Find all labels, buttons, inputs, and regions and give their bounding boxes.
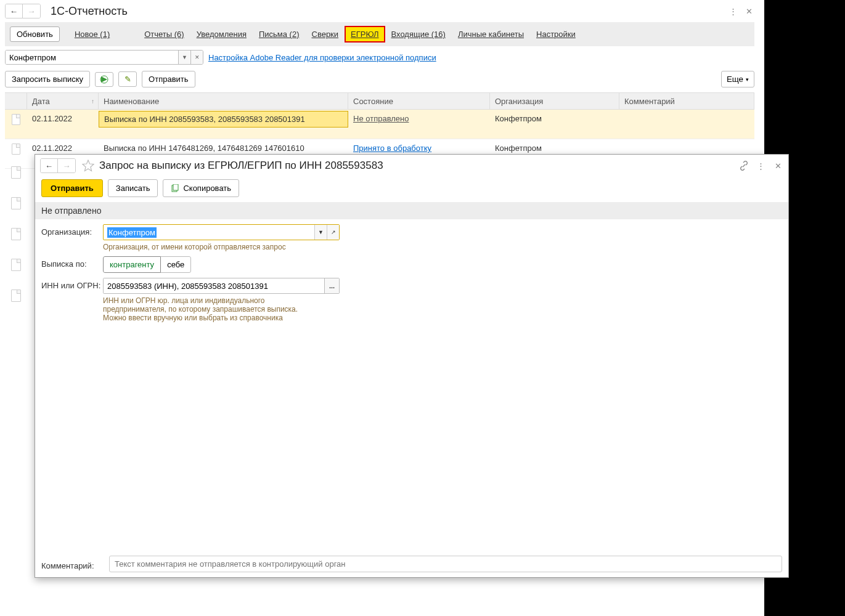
copy-icon [171, 184, 179, 193]
document-icon [12, 114, 20, 125]
refresh-icon-button[interactable] [95, 72, 113, 87]
inn-combo[interactable]: ... [103, 278, 340, 294]
col-org[interactable]: Организация [490, 93, 619, 109]
org-filter-dropdown[interactable]: ▼ [178, 51, 190, 64]
inn-hint: ИНН или ОГРН юр. лица или индивидуальног… [103, 296, 340, 322]
popup-send-button[interactable]: Отправить [41, 179, 103, 197]
adobe-reader-link[interactable]: Настройка Adobe Reader для проверки элек… [208, 53, 436, 62]
popup-nav: ← → [40, 158, 76, 173]
nav-buttons: ← → [5, 4, 41, 18]
org-filter-input[interactable] [6, 51, 178, 64]
back-button[interactable]: ← [6, 4, 23, 18]
by-label: Выписка по: [41, 256, 103, 269]
by-contractor-button[interactable]: контрагенту [103, 256, 161, 273]
col-date[interactable]: Дата↑ [27, 93, 99, 109]
tab-settings[interactable]: Настройки [530, 30, 582, 39]
table-row[interactable]: 02.11.2022 Выписка по ИНН 2085593583, 20… [5, 110, 754, 139]
document-icon [11, 259, 21, 271]
org-label: Организация: [41, 224, 103, 237]
tab-egrul[interactable]: ЕГРЮЛ [345, 26, 385, 43]
popup-title: Запрос на выписку из ЕГРЮЛ/ЕГРИП по ИНН … [99, 160, 383, 172]
sort-asc-icon: ↑ [91, 98, 94, 105]
tab-reports[interactable]: Отчеты (6) [138, 30, 190, 39]
status-bar: Не отправлено [35, 202, 788, 219]
refresh-button[interactable]: Обновить [10, 26, 60, 42]
request-popup: ← → Запрос на выписку из ЕГРЮЛ/ЕГРИП по … [35, 154, 789, 578]
org-filter-combo[interactable]: ▼ ✕ [5, 50, 203, 65]
inn-label: ИНН или ОГРН: [41, 278, 103, 290]
col-name[interactable]: Наименование [99, 93, 348, 109]
org-open-button[interactable]: ↗ [327, 225, 339, 240]
send-button[interactable]: Отправить [142, 71, 195, 87]
org-hint: Организация, от имени которой отправляет… [103, 243, 340, 251]
document-icon [11, 290, 21, 302]
popup-copy-button[interactable]: Скопировать [163, 179, 239, 197]
org-dropdown-button[interactable]: ▼ [314, 225, 327, 240]
comment-label: Комментарий: [41, 558, 103, 570]
tab-letters[interactable]: Письма (2) [253, 30, 306, 39]
popup-more-icon[interactable]: ⋮ [755, 160, 766, 171]
request-extract-button[interactable]: Запросить выписку [5, 71, 90, 87]
page-title: 1С-Отчетность [51, 5, 128, 18]
document-icon [12, 144, 20, 155]
svg-rect-2 [173, 184, 178, 190]
tab-notifications[interactable]: Уведомления [190, 30, 253, 39]
extract-by-toggle: контрагенту себе [103, 256, 191, 273]
table-header: Дата↑ Наименование Состояние Организация… [5, 92, 754, 110]
close-icon[interactable]: ✕ [743, 6, 754, 17]
org-filter-clear[interactable]: ✕ [190, 51, 203, 64]
state-link[interactable]: Принято в обработку [353, 144, 431, 153]
tab-new[interactable]: Новое (1) [68, 30, 116, 39]
by-self-button[interactable]: себе [161, 256, 191, 273]
comment-input[interactable] [109, 556, 782, 572]
col-comment[interactable]: Комментарий [619, 93, 754, 109]
document-icon [11, 197, 21, 209]
popup-save-button[interactable]: Записать [108, 179, 158, 197]
refresh-icon [100, 75, 108, 84]
org-combo[interactable]: Конфетпром ▼ ↗ [103, 224, 340, 240]
more-dropdown[interactable]: Еще ▾ [721, 71, 754, 87]
edit-button[interactable]: ✎ [118, 71, 137, 87]
col-state[interactable]: Состояние [348, 93, 490, 109]
document-icon [11, 166, 21, 179]
forward-button[interactable]: → [23, 4, 40, 18]
popup-back-button[interactable]: ← [41, 159, 58, 172]
link-icon[interactable] [739, 161, 749, 171]
popup-forward-button[interactable]: → [58, 159, 75, 172]
tab-cabinets[interactable]: Личные кабинеты [452, 30, 530, 39]
popup-close-icon[interactable]: ✕ [772, 160, 783, 171]
tab-incoming[interactable]: Входящие (16) [385, 30, 452, 39]
star-icon[interactable] [82, 160, 94, 172]
chevron-down-icon: ▾ [746, 76, 749, 83]
state-link[interactable]: Не отправлено [353, 114, 409, 123]
inn-input[interactable] [104, 278, 324, 293]
inn-select-button[interactable]: ... [324, 278, 339, 293]
more-icon[interactable]: ⋮ [727, 6, 738, 17]
document-icon [11, 228, 21, 240]
tab-reconciliations[interactable]: Сверки [306, 30, 345, 39]
